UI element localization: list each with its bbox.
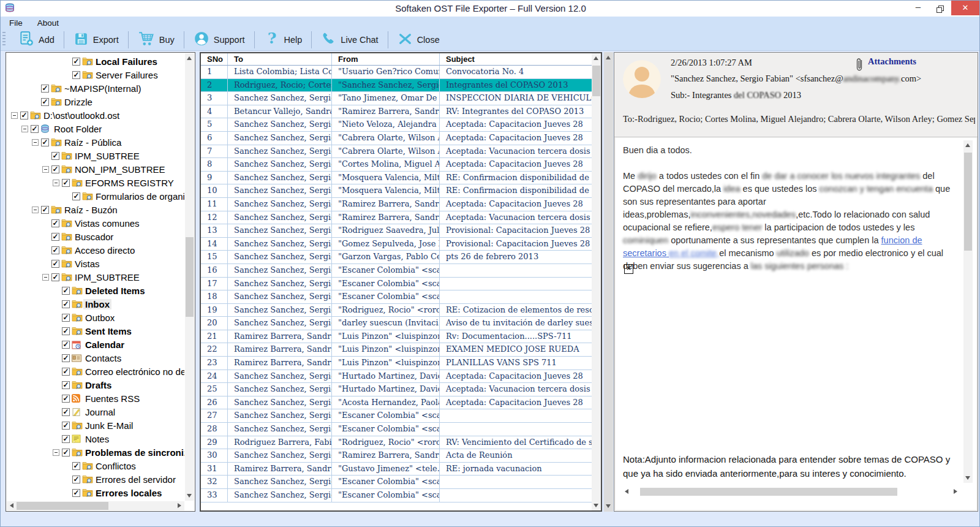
mail-row-7[interactable]: 7Sanchez Sanchez, Sergio F..."Cabrera Ol… [201,145,592,159]
checked-checkbox[interactable]: ✓ [51,233,59,241]
checked-checkbox[interactable]: ✓ [72,476,80,483]
tree-item-ipm-subtree[interactable]: ✓IPM_SUBTREE [7,149,184,162]
tree-item-label[interactable]: Conflictos [94,461,138,471]
scroll-down-arrow-icon[interactable] [606,504,611,508]
toolbar-button-support[interactable]: Support [184,30,254,50]
tree-item-drizzle[interactable]: ✓Drizzle [7,95,184,108]
checked-checkbox[interactable]: ✓ [62,354,70,362]
close-button[interactable]: ✕ [951,1,979,15]
scroll-left-arrow-icon[interactable] [625,489,628,494]
scroll-down-arrow-icon[interactable] [187,494,192,498]
tree-item-mapisp-internal[interactable]: ✓~MAPISP(Internal) [7,82,184,95]
scroll-up-arrow-icon[interactable] [187,56,192,60]
list-vscroll-thumb[interactable] [592,66,600,96]
mail-row-11[interactable]: 11Sanchez Sanchez, Sergio F..."Ramirez B… [201,198,592,211]
tree-item-label[interactable]: Vistas [73,259,102,269]
checked-checkbox[interactable]: ✓ [62,179,70,187]
tree-item-non-ipm-subtree[interactable]: ✓NON_IPM_SUBTREE [7,162,184,176]
tree-item-correo-electr-nico-no-deseado[interactable]: ✓Correo electrónico no deseado [7,365,184,378]
collapse-expander-icon[interactable] [32,207,39,213]
checked-checkbox[interactable]: ✓ [72,489,80,497]
mail-row-4[interactable]: 4Betancur Vallejo, Sandra ..."Ramirez Ba… [201,105,592,119]
mail-row-32[interactable]: 32Sanchez Sanchez, Sergio F..."Escaner C… [201,476,592,489]
checked-checkbox[interactable]: ✓ [62,435,70,443]
checked-checkbox[interactable]: ✓ [31,125,39,133]
tree-item-buscador[interactable]: ✓Buscador [7,230,184,243]
checked-checkbox[interactable]: ✓ [51,246,59,254]
mail-row-29[interactable]: 29Rodriguez Barrera, Fabio"Rodriguez, Ro… [201,436,592,450]
mail-row-24[interactable]: 24Sanchez Sanchez, Sergio F..."Hurtado M… [201,370,592,384]
menu-item-about[interactable]: About [37,18,59,28]
tree-item-label[interactable]: Notes [83,434,111,444]
tree-item-label[interactable]: Raíz - Buzón [62,205,119,215]
mail-row-1[interactable]: 1Lista Colombia; Lista Colo..."Usuario G… [201,66,592,79]
tree-hscroll-thumb[interactable] [17,502,108,510]
tree-item-label[interactable]: IPM_SUBTREE [73,151,141,161]
tree-vertical-scrollbar[interactable] [185,53,194,501]
tree-item-acceso-directo[interactable]: ✓Acceso directo [7,243,184,257]
mail-row-19[interactable]: 19Sanchez Sanchez, Sergio F..."Rodriguez… [201,304,592,317]
mail-row-6[interactable]: 6Sanchez Sanchez, Sergio F..."Cabrera Ol… [201,132,592,145]
tree-item-label[interactable]: Errores del servidor [94,474,178,485]
tree-item-label[interactable]: IPM_SUBTREE [73,272,141,282]
mail-row-18[interactable]: 18Sanchez Sanchez, Sergio F..."Escaner C… [201,290,592,304]
mail-row-26[interactable]: 26Sanchez Sanchez, Sergio F..."Acosta He… [201,396,592,410]
tree-item-ra-z-buz-n[interactable]: ✓Raíz - Buzón [7,203,184,216]
checked-checkbox[interactable]: ✓ [41,85,49,93]
mail-row-17[interactable]: 17Sanchez Sanchez, Sergio F..."Escaner C… [201,278,592,291]
tree-item-label[interactable]: Outbox [83,313,116,323]
mail-row-21[interactable]: 21Ramirez Barrera, Sandra ..."Luis Pinzo… [201,330,592,344]
checked-checkbox[interactable]: ✓ [62,327,70,335]
tree-item-errores-del-servidor[interactable]: ✓Errores del servidor [7,472,184,486]
tree-item-inbox[interactable]: ✓Inbox [7,297,184,311]
tree-item-ipm-subtree[interactable]: ✓IPM_SUBTREE [7,270,184,284]
tree-item-journal[interactable]: ✓Journal [7,405,184,419]
toolbar-button-live-chat[interactable]: Live Chat [312,30,387,50]
tree-item-label[interactable]: Drafts [83,380,113,390]
tree-item-contacts[interactable]: ✓Contacts [7,351,184,365]
tree-item-sent-items[interactable]: ✓Sent Items [7,324,184,338]
tree-item-label[interactable]: Drizzle [62,97,94,107]
tree-item-label[interactable]: D:\ost\outlookd.ost [42,110,121,121]
minimize-button[interactable]: – [908,1,928,15]
checked-checkbox[interactable]: ✓ [62,408,70,416]
preview-hscroll-thumb[interactable] [640,488,897,496]
scroll-right-arrow-icon[interactable] [178,503,181,508]
scroll-right-arrow-icon[interactable] [954,489,957,494]
mail-row-20[interactable]: 20Sanchez Sanchez, Sergio F..."darley su… [201,317,592,330]
mail-row-13[interactable]: 13Sanchez Sanchez, Sergio F..."Rodriguez… [201,224,592,238]
body-link[interactable]: en el comite, [669,248,719,258]
tree-item-label[interactable]: Local Failures [94,56,159,67]
checked-checkbox[interactable]: ✓ [41,98,49,106]
checked-checkbox[interactable]: ✓ [62,449,70,457]
checked-checkbox[interactable]: ✓ [62,368,70,376]
mail-row-15[interactable]: 15Sanchez Sanchez, Sergio F..."Garzon Va… [201,251,592,264]
preview-horizontal-scrollbar[interactable] [623,487,959,496]
toolbar-button-buy[interactable]: Buy [129,30,184,50]
checked-checkbox[interactable]: ✓ [62,341,70,349]
mail-row-27[interactable]: 27Sanchez Sanchez, Sergio F..."Escaner C… [201,409,592,423]
scroll-up-arrow-icon[interactable] [965,143,970,147]
scroll-down-arrow-icon[interactable] [965,476,970,480]
tree-item-deleted-items[interactable]: ✓Deleted Items [7,284,184,297]
checked-checkbox[interactable]: ✓ [51,260,59,268]
tree-item-label[interactable]: Deleted Items [83,286,147,296]
tree-item-local-failures[interactable]: ✓Local Failures [7,55,184,68]
menu-item-file[interactable]: File [9,18,23,28]
tree-item-label[interactable]: Vistas comunes [73,218,141,229]
tree-item-label[interactable]: EFORMS REGISTRY [83,178,176,188]
tree-item-label[interactable]: Correo electrónico no deseado [83,366,184,377]
mail-row-8[interactable]: 8Sanchez Sanchez, Sergio F..."Cortes Mol… [201,158,592,172]
tree-horizontal-scrollbar[interactable] [7,501,184,510]
checked-checkbox[interactable]: ✓ [72,462,80,470]
checked-checkbox[interactable]: ✓ [41,138,49,146]
checked-checkbox[interactable]: ✓ [41,206,49,214]
mail-row-14[interactable]: 14Sanchez Sanchez, Sergio F..."Gomez Sep… [201,238,592,251]
preview-vscroll-thumb[interactable] [964,153,972,251]
mail-row-28[interactable]: 28Sanchez Sanchez, Sergio F..."Escaner C… [201,423,592,436]
mail-row-22[interactable]: 22Ramirez Barrera, Sandra ..."Luis Pinzo… [201,343,592,357]
checked-checkbox[interactable]: ✓ [72,58,80,66]
tree-item-label[interactable]: NON_IPM_SUBTREE [73,164,167,175]
collapse-expander-icon[interactable] [32,139,39,146]
column-header-to[interactable]: To [228,53,332,65]
